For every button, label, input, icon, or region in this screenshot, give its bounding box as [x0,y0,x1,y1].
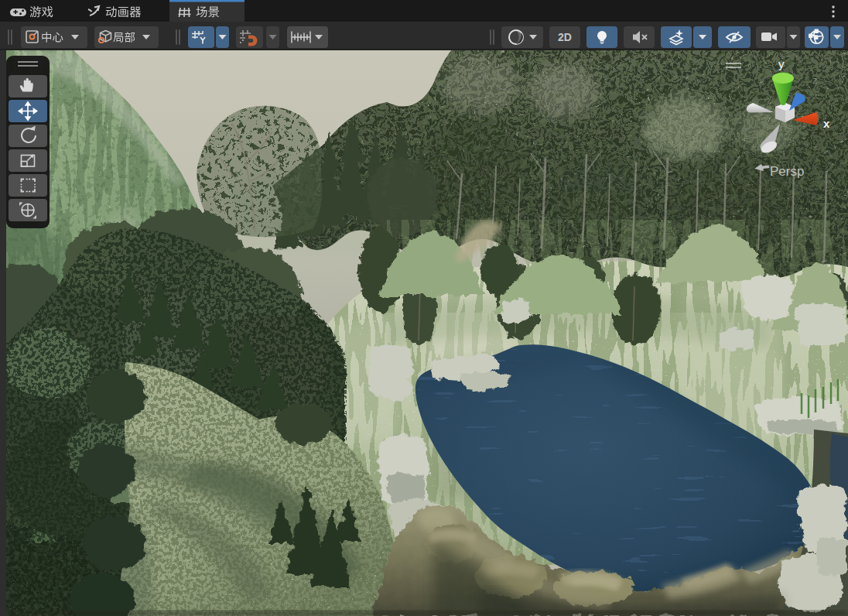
svg-text:Persp: Persp [770,164,804,179]
svg-text:x: x [823,117,830,130]
svg-text:y: y [778,57,785,70]
svg-text:2D: 2D [558,31,572,43]
svg-text:z: z [812,74,818,86]
